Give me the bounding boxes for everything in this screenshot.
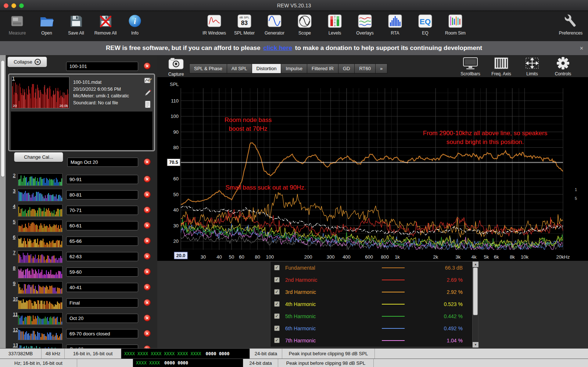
measurement-name-input[interactable] — [66, 237, 138, 246]
tab-filtered-ir[interactable]: Filtered IR — [307, 64, 338, 73]
collapse-button[interactable]: Collapse « — [7, 57, 47, 67]
harmonic-checkbox[interactable]: ✓ — [274, 338, 280, 343]
donation-link[interactable]: click here — [263, 44, 292, 52]
legend-scrollbar[interactable]: ▲ ▼ — [472, 262, 478, 348]
measurement-thumbnail[interactable] — [18, 297, 62, 309]
measurement-name-input[interactable] — [66, 221, 138, 230]
toolbar-rta-button[interactable]: RTA — [383, 13, 407, 36]
harmonic-checkbox[interactable]: ✓ — [274, 289, 280, 295]
tab-rt60[interactable]: RT60 — [354, 64, 375, 73]
remove-measurement-button[interactable]: ✕ — [144, 284, 151, 291]
measurement-name-input[interactable] — [66, 314, 138, 323]
measurement-name-input[interactable] — [66, 345, 138, 348]
capture-button[interactable]: Capture — [165, 57, 187, 77]
measurement-number[interactable]: 9 — [13, 281, 15, 286]
measurement-name-input[interactable] — [66, 190, 138, 199]
remove-measurement-button[interactable]: ✕ — [144, 237, 151, 244]
remove-measurement-button[interactable]: ✕ — [144, 176, 151, 183]
minimize-window-button[interactable] — [11, 3, 16, 8]
selected-measurement-name-input[interactable] — [66, 62, 138, 71]
measurement-thumbnail[interactable] — [18, 220, 62, 232]
harmonic-checkbox[interactable]: ✓ — [274, 277, 280, 283]
cal-name-input[interactable] — [67, 158, 138, 167]
scrollbars-button[interactable]: Scrollbars — [459, 57, 482, 76]
measurement-thumbnail[interactable] — [18, 251, 62, 263]
remove-cal-button[interactable]: ✕ — [144, 158, 151, 165]
toolbar-overlays-button[interactable]: Overlays — [353, 13, 377, 36]
pencil-icon[interactable] — [144, 89, 152, 97]
tab-distortion[interactable]: Distortion — [252, 64, 281, 73]
remove-measurement-button[interactable]: ✕ — [144, 206, 151, 213]
selected-measurement-panel[interactable]: 1 20 20.0k 100-101.mdat 20/10/2022 6:00:… — [8, 73, 155, 151]
measurement-thumbnail[interactable] — [18, 266, 62, 278]
freq-axis-button[interactable]: Freq. Axis — [490, 57, 513, 76]
selected-measurement-thumbnail[interactable]: 20 20.0k — [11, 77, 69, 108]
sidebar-scrollbar[interactable] — [0, 55, 6, 348]
toolbar-measure-button[interactable]: Measure — [5, 13, 29, 36]
remove-measurement-button[interactable]: ✕ — [144, 299, 151, 306]
tab-spl-phase[interactable]: SPL & Phase — [189, 64, 227, 73]
change-cal-button[interactable]: Change Cal... — [14, 152, 63, 162]
limits-button[interactable]: Limits — [520, 57, 544, 76]
sidebar-scrollbar-thumb[interactable] — [1, 60, 5, 177]
measurement-name-input[interactable] — [66, 175, 138, 184]
measurement-thumbnail[interactable] — [18, 204, 62, 217]
toolbar-info-button[interactable]: iInfo — [123, 13, 147, 36]
measurement-name-input[interactable] — [66, 206, 138, 215]
toolbar-save-all-button[interactable]: Save All — [64, 13, 88, 36]
legend-scrollbar-thumb[interactable] — [473, 267, 478, 315]
measurement-name-input[interactable] — [66, 298, 138, 307]
remove-measurement-button[interactable]: ✕ — [144, 191, 151, 198]
harmonic-checkbox[interactable]: ✓ — [274, 265, 280, 270]
toolbar-remove-all-button[interactable]: Remove All — [93, 13, 118, 36]
tab-gd[interactable]: GD — [338, 64, 355, 73]
remove-measurement-button[interactable]: ✕ — [144, 314, 151, 321]
toolbar-open-button[interactable]: Open — [35, 13, 59, 36]
toolbar-scope-button[interactable]: Scope — [293, 13, 317, 36]
measurement-name-input[interactable] — [66, 252, 138, 261]
measurement-thumbnail[interactable] — [18, 281, 62, 294]
tab-impulse[interactable]: Impulse — [281, 64, 307, 73]
toolbar-spl-meter-button[interactable]: dB SPL83SPL Meter — [232, 13, 257, 36]
remove-measurement-button[interactable]: ✕ — [144, 345, 151, 348]
controls-button[interactable]: Controls — [551, 57, 575, 76]
measurement-number[interactable]: 2 — [13, 173, 15, 178]
distortion-graph[interactable]: SPL1101009080605040302030405060801002003… — [157, 77, 588, 261]
remove-measurement-button[interactable]: ✕ — [144, 268, 151, 275]
measurement-number[interactable]: 11 — [13, 312, 18, 317]
toolbar-room-sim-button[interactable]: Room Sim — [443, 13, 467, 36]
measurement-thumbnail[interactable] — [18, 328, 62, 340]
scroll-down-icon[interactable]: ▼ — [473, 342, 478, 348]
measurement-thumbnail[interactable] — [18, 189, 62, 201]
toolbar-eq-button[interactable]: EQEQ — [413, 13, 437, 36]
harmonic-checkbox[interactable]: ✓ — [274, 313, 280, 319]
close-window-button[interactable] — [4, 3, 8, 8]
measurement-name-input[interactable] — [66, 283, 138, 292]
notes-icon[interactable] — [144, 100, 152, 108]
measurement-number[interactable]: 7 — [13, 250, 15, 255]
tab-all-spl[interactable]: All SPL — [227, 64, 252, 73]
notes-box[interactable] — [11, 111, 153, 150]
measurement-thumbnail[interactable] — [18, 173, 62, 186]
measurement-number[interactable]: 4 — [13, 204, 15, 209]
measurement-number[interactable]: 6 — [13, 234, 15, 240]
edit-graph-icon[interactable] — [144, 77, 152, 85]
remove-measurement-button[interactable]: ✕ — [144, 62, 151, 69]
toolbar-generator-button[interactable]: Generator — [262, 13, 287, 36]
measurement-thumbnail[interactable] — [18, 343, 62, 348]
measurement-name-input[interactable] — [66, 267, 138, 277]
measurement-number[interactable]: 5 — [13, 219, 15, 224]
measurement-thumbnail[interactable] — [18, 312, 62, 325]
measurement-number[interactable]: 3 — [13, 188, 15, 194]
measurement-number[interactable]: 8 — [13, 265, 15, 271]
banner-close-icon[interactable]: ✕ — [580, 46, 584, 51]
zoom-window-button[interactable] — [19, 3, 24, 8]
measurement-thumbnail[interactable] — [18, 235, 62, 248]
tab--[interactable]: » — [375, 64, 387, 73]
measurement-number[interactable]: 1 — [12, 76, 15, 81]
toolbar-preferences-button[interactable]: Preferences — [559, 13, 583, 36]
toolbar-levels-button[interactable]: 0369Levels — [323, 13, 347, 36]
harmonic-checkbox[interactable]: ✓ — [274, 301, 280, 307]
toolbar-ir-windows-button[interactable]: IR Windows — [202, 13, 226, 36]
harmonic-checkbox[interactable]: ✓ — [274, 325, 280, 331]
